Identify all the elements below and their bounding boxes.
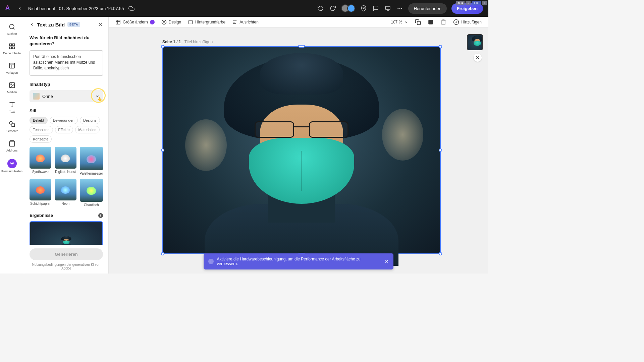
text-to-image-panel: Text zu Bild BETA ✕ Was für ein Bild möc…	[24, 17, 109, 274]
style-digitale-kunst[interactable]: Digitale Kunst	[55, 147, 76, 175]
canvas-toolbar: Größe ändern Design Hintergrundfarbe Aus…	[109, 17, 488, 27]
undo-button[interactable]	[317, 5, 324, 12]
chip-bewegungen[interactable]: Bewegungen	[50, 117, 78, 124]
panel-header: Text zu Bild BETA ✕	[24, 17, 108, 32]
addons-icon	[8, 139, 16, 147]
tb-delete[interactable]	[440, 19, 446, 25]
tb-align[interactable]: Ausrichten	[232, 19, 259, 25]
panel-close-button[interactable]: ✕	[98, 21, 103, 28]
resize-handle-mr[interactable]	[439, 148, 442, 152]
style-category-chips: Beliebt Bewegungen Designs Techniken Eff…	[30, 117, 103, 143]
svg-rect-23	[116, 20, 120, 24]
back-button[interactable]	[17, 6, 24, 11]
svg-point-4	[398, 8, 399, 9]
chip-designs[interactable]: Designs	[80, 117, 100, 124]
tb-duplicate[interactable]	[415, 19, 421, 25]
canvas-area[interactable]: Seite 1 / 1 - Titel hinzufügen ✕ i Aktiv	[109, 27, 488, 274]
svg-rect-13	[9, 63, 14, 68]
svg-rect-31	[429, 20, 433, 24]
beta-badge: BETA	[67, 22, 80, 27]
chip-effekte[interactable]: Effekte	[55, 126, 73, 133]
document-title[interactable]: Nicht benannt - 01. September 2023 um 16…	[28, 6, 124, 11]
ext-speed[interactable]: 1.00	[472, 1, 481, 5]
left-rail: Suchen Deine Inhalte Vorlagen Medien Tex…	[0, 17, 24, 274]
prompt-label: Was für ein Bild möchtest du generieren?	[30, 35, 103, 47]
svg-point-5	[399, 8, 400, 9]
rail-your-content[interactable]: Deine Inhalte	[0, 40, 24, 57]
style-neon[interactable]: Neon	[55, 179, 76, 207]
app-logo[interactable]: A	[5, 4, 13, 12]
style-synthwave[interactable]: Synthwave	[30, 147, 51, 175]
extension-overlay: ⚙ ≡ « 1.00 »	[456, 1, 487, 5]
rail-addons[interactable]: Add-ons	[0, 137, 24, 154]
text-icon	[8, 101, 16, 109]
prompt-input[interactable]: Porträt eines futuristischen asiatischen…	[30, 50, 103, 76]
tb-bgcolor[interactable]: Hintergrundfarbe	[188, 19, 225, 25]
svg-point-17	[10, 84, 11, 85]
resize-handle-bl[interactable]	[161, 252, 164, 255]
rail-search[interactable]: Suchen	[0, 21, 24, 38]
page-indicator[interactable]: Seite 1 / 1 - Titel hinzufügen	[162, 40, 213, 44]
resize-handle-tr[interactable]	[439, 45, 442, 48]
download-button[interactable]: Herunterladen	[408, 3, 446, 14]
tb-resize[interactable]: Größe ändern	[115, 19, 155, 25]
content-type-dropdown[interactable]: Ohne 👆	[30, 90, 103, 102]
generate-button[interactable]: Generieren	[30, 248, 103, 260]
templates-icon	[8, 62, 16, 70]
resize-handle-ml[interactable]	[161, 148, 164, 152]
info-icon[interactable]: i	[98, 213, 103, 218]
chip-materialien[interactable]: Materialien	[75, 126, 100, 133]
tb-ai-enhance[interactable]	[428, 19, 434, 25]
svg-rect-9	[9, 44, 11, 46]
chevron-down-icon	[95, 94, 100, 99]
resize-handle-br[interactable]	[439, 252, 442, 255]
artboard[interactable]	[162, 46, 441, 254]
page-thumbnail[interactable]	[467, 34, 483, 50]
chip-techniken[interactable]: Techniken	[30, 126, 53, 133]
avatar-2	[347, 4, 355, 12]
ext-forward[interactable]: »	[482, 1, 487, 5]
media-icon	[8, 81, 16, 89]
content-type-thumb	[33, 93, 40, 100]
rail-templates[interactable]: Vorlagen	[0, 60, 24, 76]
info-icon: i	[208, 259, 214, 264]
resize-handle-tl[interactable]	[161, 45, 164, 48]
rail-elements[interactable]: Elemente	[0, 118, 24, 135]
tb-add[interactable]: Hinzufügen	[453, 19, 482, 25]
thumbnail-close-button[interactable]: ✕	[474, 54, 482, 62]
panel-back-button[interactable]	[30, 22, 34, 27]
generated-image[interactable]	[163, 47, 440, 253]
resize-handle-mt[interactable]	[298, 45, 305, 48]
rail-text[interactable]: Text	[0, 99, 24, 115]
style-schichtpapier[interactable]: Schichtpapier	[30, 179, 51, 207]
location-icon[interactable]	[360, 5, 367, 12]
comment-icon[interactable]	[372, 5, 379, 12]
results-label: Ergebnisse	[30, 213, 53, 218]
ext-settings[interactable]: ⚙ ≡	[456, 1, 465, 5]
redo-button[interactable]	[329, 5, 336, 12]
style-palettenmesser[interactable]: Palettenmesser	[80, 147, 103, 175]
result-thumbnail[interactable]	[30, 221, 103, 245]
panel-title: Text zu Bild	[37, 22, 65, 27]
rail-media[interactable]: Medien	[0, 79, 24, 96]
svg-rect-10	[12, 44, 14, 46]
svg-line-8	[13, 28, 14, 29]
tb-design[interactable]: Design	[161, 19, 181, 25]
svg-point-7	[9, 24, 14, 29]
zoom-control[interactable]: 107 %	[391, 20, 408, 24]
svg-rect-12	[9, 47, 11, 49]
more-icon[interactable]	[396, 5, 404, 12]
crown-icon	[7, 159, 17, 168]
present-icon[interactable]	[384, 5, 391, 12]
toast-close-button[interactable]: ✕	[385, 259, 389, 264]
cloud-sync-icon[interactable]	[128, 5, 135, 12]
chip-beliebt[interactable]: Beliebt	[30, 117, 48, 124]
app-topbar: A Nicht benannt - 01. September 2023 um …	[0, 0, 488, 17]
rail-premium[interactable]: Premium testen	[0, 157, 24, 175]
collaborators[interactable]	[341, 4, 355, 12]
ext-rewind[interactable]: «	[466, 1, 471, 5]
content-type-label: Inhaltstyp	[30, 82, 103, 87]
terms-link[interactable]: Nutzungsbedingungen der generativen KI v…	[30, 263, 103, 270]
chip-konzepte[interactable]: Konzepte	[30, 135, 52, 143]
style-chaotisch[interactable]: Chaotisch	[80, 179, 103, 207]
